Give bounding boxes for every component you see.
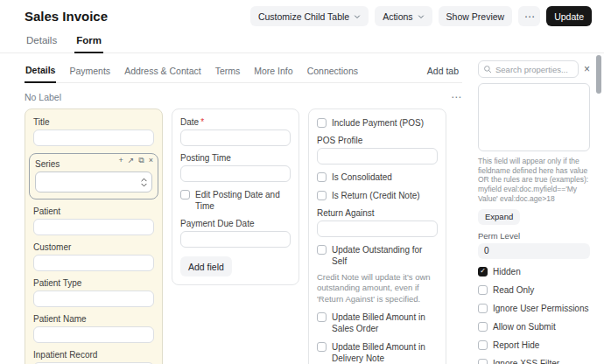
field-customer[interactable]: Customer	[33, 242, 154, 271]
remove-field-icon[interactable]: ×	[149, 157, 153, 164]
checkbox[interactable]: ✓	[478, 340, 488, 350]
field-patient-type[interactable]: Patient Type	[33, 278, 154, 307]
read-only-checkbox-row[interactable]: ✓ Read Only	[478, 284, 590, 296]
chevron-down-icon	[354, 13, 361, 20]
add-tab-button[interactable]: Add tab	[424, 61, 462, 82]
search-properties-input[interactable]	[495, 65, 573, 74]
field-input[interactable]	[180, 165, 291, 182]
field-input[interactable]	[33, 255, 154, 271]
chevron-down-icon	[418, 13, 425, 20]
depends-on-help-text: This field will appear only if the field…	[478, 157, 590, 203]
form-builder-app: Sales Invoice Customize Child Table Acti…	[0, 0, 604, 364]
field-inpatient-record[interactable]: Inpatient Record	[33, 350, 154, 364]
checkbox[interactable]: ✓	[317, 312, 327, 322]
field-series-selected[interactable]: + ↗ ⧉ × Series	[29, 153, 158, 200]
expand-button[interactable]: Expand	[478, 209, 520, 225]
field-pos-profile[interactable]: POS Profile	[317, 136, 438, 164]
checkbox[interactable]: ✓	[180, 190, 190, 200]
ignore-xss-filter-checkbox-row[interactable]: ✓ Ignore XSS Filter	[478, 358, 590, 364]
checkbox[interactable]: ✓	[317, 118, 327, 128]
required-asterisk: *	[200, 117, 204, 127]
close-sidebar-icon[interactable]: ×	[584, 64, 590, 74]
field-input[interactable]	[33, 326, 154, 343]
field-label: Date*	[180, 117, 291, 127]
add-field-button[interactable]: Add field	[180, 256, 232, 276]
field-update-billed-amount-sales-order[interactable]: ✓ Update Billed Amount in Sales Order	[317, 312, 438, 334]
update-label: Update	[554, 11, 584, 22]
field-input[interactable]	[33, 290, 154, 307]
field-return-against[interactable]: Return Against	[317, 208, 438, 237]
checkbox[interactable]: ✓	[317, 245, 327, 255]
field-title[interactable]: Title	[33, 117, 154, 146]
actions-button[interactable]: Actions	[375, 6, 432, 26]
field-date[interactable]: Date*	[180, 117, 291, 146]
actions-label: Actions	[383, 11, 412, 22]
form-tab-details[interactable]: Details	[25, 60, 56, 83]
add-field-icon[interactable]: +	[118, 157, 123, 164]
properties-sidebar: × This field will appear only if the fie…	[471, 53, 604, 364]
field-label: Customer	[33, 242, 154, 252]
field-input[interactable]	[180, 231, 291, 248]
field-update-outstanding-for-self[interactable]: ✓ Update Outstanding for Self	[317, 244, 438, 267]
form-tab-terms[interactable]: Terms	[214, 61, 242, 82]
form-tab-payments[interactable]: Payments	[68, 61, 111, 82]
form-tab-connections[interactable]: Connections	[306, 61, 359, 82]
field-is-consolidated[interactable]: ✓ Is Consolidated	[317, 172, 438, 183]
customize-child-table-button[interactable]: Customize Child Table	[250, 6, 369, 26]
field-patient-name[interactable]: Patient Name	[33, 314, 154, 343]
section-header: No Label ⋯	[25, 91, 462, 103]
search-box[interactable]	[478, 60, 579, 78]
checkbox[interactable]: ✓	[478, 267, 488, 276]
field-columns: Title + ↗ ⧉ × Series	[25, 108, 462, 364]
checkbox[interactable]: ✓	[478, 359, 488, 364]
open-field-icon[interactable]: ↗	[128, 157, 135, 164]
section-label: No Label	[25, 92, 61, 102]
duplicate-field-icon[interactable]: ⧉	[138, 157, 144, 164]
checkbox[interactable]: ✓	[478, 285, 488, 295]
checkbox-label: Ignore XSS Filter	[493, 358, 559, 364]
form-tab-more-info[interactable]: More Info	[253, 61, 293, 82]
field-patient[interactable]: Patient	[33, 206, 154, 235]
tab-form[interactable]: Form	[74, 31, 103, 53]
checkbox[interactable]: ✓	[317, 342, 327, 352]
sidebar-scrollbar	[596, 55, 601, 364]
more-options-button[interactable]: ⋯	[518, 6, 540, 26]
column-1: Title + ↗ ⧉ × Series	[25, 108, 163, 364]
checkbox-label: Update Billed Amount in Delivery Note	[332, 341, 438, 364]
update-button[interactable]: Update	[546, 6, 592, 26]
field-input[interactable]	[317, 148, 438, 164]
ignore-user-permissions-checkbox-row[interactable]: ✓ Ignore User Permissions	[478, 303, 590, 314]
checkbox[interactable]: ✓	[317, 172, 327, 182]
perm-level-input[interactable]: 0	[478, 243, 590, 259]
field-label: POS Profile	[317, 136, 438, 145]
tab-details[interactable]: Details	[25, 31, 59, 52]
hidden-checkbox-row[interactable]: ✓ Hidden	[478, 266, 590, 277]
form-tab-address-contact[interactable]: Address & Contact	[123, 61, 202, 82]
depends-on-textarea[interactable]	[478, 83, 590, 151]
checkbox[interactable]: ✓	[317, 191, 327, 200]
field-include-payment-pos[interactable]: ✓ Include Payment (POS)	[317, 117, 438, 129]
field-label: Patient Type	[33, 278, 154, 288]
main-content: Details Payments Address & Contact Terms…	[0, 53, 604, 364]
show-preview-button[interactable]: Show Preview	[439, 6, 513, 26]
series-select-input[interactable]	[35, 172, 152, 192]
field-input[interactable]	[33, 130, 154, 146]
checkbox[interactable]: ✓	[478, 322, 488, 332]
field-edit-posting-date-and-time[interactable]: ✓ Edit Posting Date and Time	[180, 189, 291, 212]
field-posting-time[interactable]: Posting Time	[180, 153, 291, 182]
field-payment-due-date[interactable]: Payment Due Date	[180, 219, 291, 248]
report-hide-checkbox-row[interactable]: ✓ Report Hide	[478, 340, 590, 351]
scrollbar-thumb[interactable]	[596, 55, 601, 94]
field-input[interactable]	[180, 130, 291, 146]
page-title: Sales Invoice	[25, 9, 108, 24]
field-update-billed-amount-delivery-note[interactable]: ✓ Update Billed Amount in Delivery Note	[317, 341, 438, 364]
section-more-button[interactable]: ⋯	[451, 91, 462, 103]
checkbox[interactable]: ✓	[478, 304, 488, 313]
field-input[interactable]	[317, 220, 438, 237]
checkbox-label: Edit Posting Date and Time	[195, 189, 291, 212]
field-label: Patient Name	[33, 314, 154, 324]
field-is-return-credit-note[interactable]: ✓ Is Return (Credit Note)	[317, 190, 438, 201]
field-input[interactable]	[33, 219, 154, 235]
checkbox-label: Is Return (Credit Note)	[332, 190, 420, 201]
allow-on-submit-checkbox-row[interactable]: ✓ Allow on Submit	[478, 321, 590, 332]
